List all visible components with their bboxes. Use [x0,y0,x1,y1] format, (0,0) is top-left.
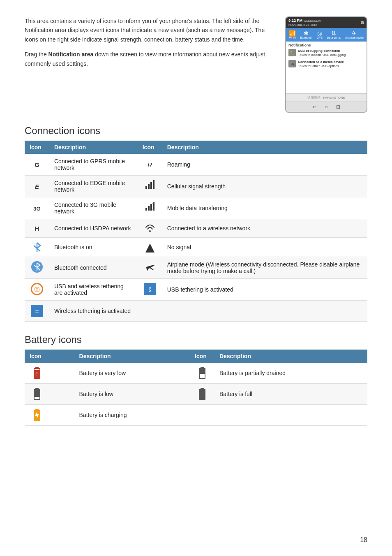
hsdpa-icon: H [35,225,39,232]
table-row: Battery is charging [25,404,367,425]
roaming-icon: R [148,161,152,168]
svg-rect-12 [35,367,39,368]
gprs-icon: G [35,161,39,168]
table-row: Battery is low Battery is full [25,383,367,404]
desc-airplane: Airplane mode (Wireless connectivity dis… [162,257,367,278]
icon-cell-batt-full [190,384,214,404]
intro-p2-bold: Notification area [48,51,94,58]
svg-text:!: ! [36,372,37,376]
airplane-icon [145,262,155,271]
table-row: G Connected to GPRS mobile network R Roa… [25,154,367,176]
desc-wifi: Connected to a wireless network [162,219,367,237]
desc-batt-partial: Battery is partially drained [214,363,367,384]
icon-cell-batt-charging [25,405,49,425]
data-transfer-icon [145,202,155,211]
desc-no-signal: No signal [162,237,367,257]
wifi-icon [145,223,155,233]
icon-cell-usb-tether: ⚷ [138,279,162,299]
desc-batt-low: Battery is low [74,383,190,404]
desc-roaming: Roaming [162,154,367,176]
phone-icon-bt: ✱ Bluetooth [300,30,312,39]
battery-table-header-row: Icon Description Icon Description [25,350,367,363]
connection-icons-heading: Connection icons [25,125,367,137]
nav-recent: ⊟ [336,104,340,110]
3g-icon: 3G [33,206,40,212]
desc-tether: USB and wireless tethering are activated [49,278,138,300]
desc-edge: Connected to EDGE mobile network [49,175,138,197]
desc-empty1 [162,300,367,321]
svg-rect-22 [201,388,204,389]
icon-cell-batt-partial [190,363,214,383]
nav-home: ○ [325,104,327,110]
conn-th-icon1: Icon [25,141,49,154]
desc-3g: Connected to 3G mobile network [49,197,138,219]
desc-batt-charging: Battery is charging [74,404,190,425]
bluetooth-connected-icon [31,261,43,273]
phone-mockup: 9:12 PM WEDNESDAY NOVEMBER 21, 2012 ⊞ 📶 … [285,16,367,113]
desc-empty2 [214,404,367,425]
battery-charging-icon [33,409,41,421]
desc-hsdpa: Connected to HSDPA network [49,219,138,237]
svg-rect-3 [153,180,154,189]
svg-rect-4 [145,208,147,211]
svg-rect-14 [35,369,39,370]
notif-media-icon: 🔌 [288,60,296,67]
desc-gprs: Connected to GPRS mobile network [49,154,138,176]
icon-cell-r: R [138,154,162,176]
battery-icons-heading: Battery icons [25,334,367,345]
notif-item-media: 🔌 Connected as a media device Touch for … [288,60,364,69]
phone-time: 9:12 PM [288,19,302,23]
notif-usb-icon: 🐛 [288,49,296,56]
icon-cell-bt-off [25,238,49,257]
table-row: ◎ USB and wireless tethering are activat… [25,278,367,300]
icon-cell-tether: ◎ [25,279,49,299]
intro-p2-prefix: Drag the [25,51,48,58]
svg-rect-24 [35,409,39,410]
icon-cell-batt-low [25,384,49,404]
battery-full-icon [198,388,206,400]
conn-th-icon2: Icon [138,141,162,154]
notif-header: Notifications [288,43,364,47]
phone-icon-data: ⇅ Data conn. [327,30,341,39]
batt-th-desc2: Description [214,350,367,363]
icon-cell-empty1 [138,300,162,321]
table-row: Bluetooth is on No signal [25,237,367,257]
edge-icon: E [35,183,39,190]
icon-cell-transfer [138,197,162,215]
notif-item-usb: 🐛 USB debugging connected Touch to disab… [288,49,364,58]
icon-cell-bt-on [25,257,49,277]
svg-rect-5 [148,206,150,211]
phone-icon-airplane: ✈ Airplane mode [345,30,364,39]
svg-rect-23 [199,389,205,400]
nav-back: ↩ [312,104,316,110]
phone-icon-wifi: 📶 Wi-Fi [289,30,296,39]
table-row: 3G Connected to 3G mobile network Mobile… [25,197,367,219]
battery-icons-table: Icon Description Icon Description ! Batt… [25,350,367,426]
batt-th-icon1: Icon [25,350,74,363]
table-row: H Connected to HSDPA network Connected t… [25,219,367,237]
intro-paragraph-1: This area contains a variety of icons to… [25,16,273,44]
desc-usb-tether: USB tethering is activated [162,278,367,300]
phone-icon-gps: ◎ GPS [316,30,323,39]
connection-table-header-row: Icon Description Icon Description [25,141,367,154]
desc-signal: Cellular signal strength [162,175,367,197]
icon-cell-batt-verylow: ! [25,363,49,383]
icon-cell-wireless-tether: ≣ [25,301,49,321]
icon-cell-signal [138,176,162,194]
bluetooth-off-icon [32,242,42,253]
phone-status-bar: 9:12 PM WEDNESDAY NOVEMBER 21, 2012 ⊞ [286,17,367,28]
phone-nav-bar: ↩ ○ ⊟ [286,102,367,112]
wireless-tether-icon: ≣ [31,305,43,317]
batt-th-desc1: Description [74,350,190,363]
connection-icons-table: Icon Description Icon Description G Conn… [25,141,367,322]
battery-low-icon [33,388,41,400]
phone-status-icons: ⊞ [361,21,364,25]
desc-transfer: Mobile data transferring [162,197,367,219]
svg-marker-11 [145,243,154,253]
icon-cell-h: H [25,219,49,237]
phone-notifications: Notifications 🐛 USB debugging connected … [286,42,367,73]
phone-time-area: 9:12 PM WEDNESDAY NOVEMBER 21, 2012 [288,19,322,27]
tether-circle-icon: ◎ [31,283,43,295]
desc-batt-verylow: Battery is very low [74,363,190,384]
conn-th-desc2: Description [162,141,367,154]
